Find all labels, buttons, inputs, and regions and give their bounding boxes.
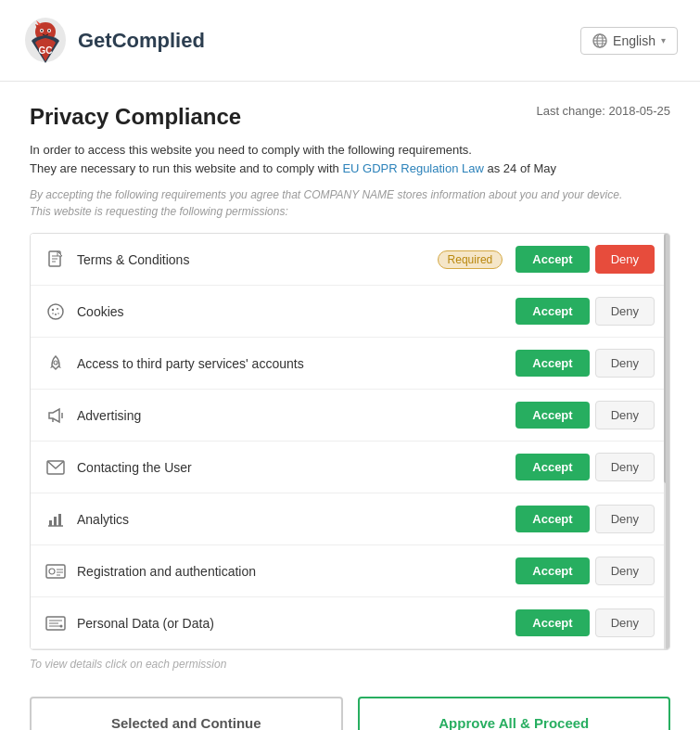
accept-button[interactable]: Accept <box>515 557 589 584</box>
permission-row: Cookies Accept Deny <box>31 286 669 338</box>
permission-label: Contacting the User <box>77 460 515 475</box>
accept-button[interactable]: Accept <box>515 609 589 636</box>
permission-row: Advertising Accept Deny <box>31 390 669 442</box>
svg-point-17 <box>57 308 58 310</box>
logo-icon: GC <box>22 15 69 66</box>
svg-point-21 <box>54 361 57 365</box>
required-badge: Required <box>438 250 503 269</box>
data-icon <box>45 613 66 634</box>
permission-label: Personal Data (or Data) <box>77 616 515 631</box>
logo-area: GC GetComplied <box>22 15 205 66</box>
svg-rect-27 <box>58 514 61 526</box>
svg-point-15 <box>48 304 63 319</box>
id-icon <box>45 561 66 582</box>
permission-row: Personal Data (or Data) Accept Deny <box>31 597 669 649</box>
svg-point-29 <box>49 569 55 574</box>
accept-button[interactable]: Accept <box>515 506 589 532</box>
permission-label: Advertising <box>77 408 515 423</box>
svg-text:GC: GC <box>39 45 53 56</box>
permission-row: Terms & Conditions Required Accept Deny <box>31 234 669 286</box>
cookie-icon <box>45 301 66 322</box>
permission-label: Terms & Conditions <box>77 252 438 267</box>
permission-actions: Accept Deny <box>515 608 655 637</box>
modal-container: GC GetComplied English ▾ Privacy Complia… <box>0 0 700 730</box>
disclaimer-text: By accepting the following requirements … <box>30 186 670 220</box>
accept-button[interactable]: Accept <box>515 402 589 429</box>
megaphone-icon <box>45 405 66 426</box>
accept-button[interactable]: Accept <box>515 298 589 325</box>
accept-button[interactable]: Accept <box>515 350 589 377</box>
svg-rect-26 <box>54 517 57 526</box>
svg-point-3 <box>41 30 43 32</box>
scroll-thumb[interactable] <box>664 234 669 483</box>
mail-icon <box>45 457 66 478</box>
rocket-icon <box>45 353 66 374</box>
svg-rect-25 <box>49 520 52 526</box>
logo-text: GetComplied <box>78 29 205 53</box>
chevron-down-icon: ▾ <box>661 35 666 45</box>
permissions-list: Terms & Conditions Required Accept Deny <box>30 233 670 650</box>
svg-point-18 <box>55 314 57 315</box>
permission-actions: Accept Deny <box>515 349 655 378</box>
permission-actions: Required Accept Deny <box>438 245 655 274</box>
main-content: Privacy Compliance Last change: 2018-05-… <box>0 82 700 697</box>
deny-button[interactable]: Deny <box>595 608 655 637</box>
svg-point-19 <box>52 313 54 314</box>
language-selector[interactable]: English ▾ <box>580 27 678 55</box>
deny-button[interactable]: Deny <box>595 297 655 326</box>
svg-point-4 <box>48 30 50 32</box>
permission-actions: Accept Deny <box>515 557 655 585</box>
header: GC GetComplied English ▾ <box>0 0 700 82</box>
permission-label: Analytics <box>77 512 515 527</box>
last-change: Last change: 2018-05-25 <box>536 104 670 118</box>
permission-row: Analytics Accept Deny <box>31 493 669 545</box>
svg-point-37 <box>60 624 63 627</box>
permission-row: Contacting the User Accept Deny <box>31 442 669 493</box>
deny-button[interactable]: Deny <box>595 401 655 429</box>
globe-icon <box>592 33 607 48</box>
approve-all-button[interactable]: Approve All & Proceed <box>358 697 671 730</box>
svg-point-20 <box>57 313 59 314</box>
document-icon <box>45 250 66 270</box>
action-buttons: Selected and Continue Approve All & Proc… <box>0 697 700 730</box>
deny-button[interactable]: Deny <box>595 349 655 378</box>
permission-actions: Accept Deny <box>515 297 655 326</box>
deny-button[interactable]: Deny <box>595 245 655 274</box>
accept-button[interactable]: Accept <box>515 454 589 480</box>
permission-label: Registration and authentication <box>77 564 515 579</box>
language-label: English <box>613 33 655 48</box>
selected-continue-button[interactable]: Selected and Continue <box>30 697 343 730</box>
permission-actions: Accept Deny <box>515 453 655 481</box>
subtitle: In order to access this website you need… <box>30 141 670 177</box>
permission-row: Access to third party services' accounts… <box>31 338 669 390</box>
chart-icon <box>45 509 66 530</box>
deny-button[interactable]: Deny <box>595 557 655 585</box>
svg-point-16 <box>52 308 54 310</box>
deny-button[interactable]: Deny <box>595 505 655 533</box>
title-row: Privacy Compliance Last change: 2018-05-… <box>30 104 670 137</box>
permission-label: Cookies <box>77 304 515 319</box>
permission-label: Access to third party services' accounts <box>77 356 515 371</box>
permission-row: Registration and authentication Accept D… <box>31 545 669 597</box>
permission-actions: Accept Deny <box>515 505 655 533</box>
deny-button[interactable]: Deny <box>595 453 655 481</box>
accept-button[interactable]: Accept <box>515 246 589 273</box>
gdpr-link[interactable]: EU GDPR Regulation Law <box>342 161 483 175</box>
page-title: Privacy Compliance <box>30 104 241 130</box>
scrollbar[interactable] <box>664 234 669 649</box>
hint-text: To view details click on each permission <box>30 658 670 671</box>
permission-actions: Accept Deny <box>515 401 655 429</box>
